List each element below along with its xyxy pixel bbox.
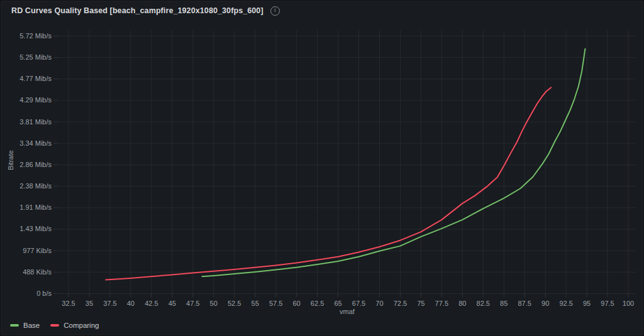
- panel-header[interactable]: RD Curves Quality Based [beach_campfire_…: [1, 1, 643, 20]
- legend-item-base[interactable]: Base: [10, 322, 40, 329]
- x-tick-label: 42.5: [145, 300, 158, 307]
- x-tick-label: 97.5: [601, 300, 614, 307]
- y-tick-label: 0 b/s: [36, 290, 52, 297]
- x-tick-label: 52.5: [228, 300, 241, 307]
- y-tick-label: 2.38 Mib/s: [19, 182, 52, 190]
- x-tick-label: 100: [623, 300, 634, 307]
- x-tick-label: 72.5: [394, 300, 407, 307]
- x-tick-label: 80: [458, 300, 466, 307]
- y-tick-label: 3.34 Mib/s: [19, 139, 52, 147]
- x-tick-label: 37.5: [103, 300, 116, 307]
- x-tick-label: 67.5: [352, 300, 365, 307]
- y-tick-label: 2.86 Mib/s: [19, 161, 52, 168]
- x-tick-label: 35: [86, 300, 93, 307]
- y-tick-label: 5.25 Mib/s: [19, 53, 52, 61]
- y-tick-label: 977 Kib/s: [23, 247, 52, 254]
- x-tick-label: 65: [334, 300, 341, 307]
- x-tick-label: 47.5: [186, 300, 199, 307]
- y-tick-label: 4.77 Mib/s: [19, 75, 52, 82]
- x-tick-label: 95: [583, 300, 591, 307]
- x-tick-label: 92.5: [559, 300, 572, 307]
- legend-item-comparing[interactable]: Comparing: [50, 322, 99, 329]
- x-tick-label: 55: [252, 300, 259, 307]
- rd-curves-chart[interactable]: 0 b/s488 Kib/s977 Kib/s1.43 Mib/s1.91 Mi…: [1, 1, 643, 335]
- x-tick-label: 85: [500, 300, 508, 307]
- x-tick-label: 70: [375, 300, 383, 307]
- x-tick-label: 57.5: [269, 300, 282, 307]
- x-tick-label: 87.5: [518, 300, 531, 307]
- y-tick-label: 3.81 Mib/s: [19, 118, 52, 126]
- x-tick-label: 75: [417, 300, 425, 307]
- y-axis-title: Bitrate: [7, 135, 14, 185]
- y-tick-label: 4.29 Mib/s: [19, 96, 52, 104]
- x-tick-label: 77.5: [435, 300, 448, 307]
- rd-curves-panel: RD Curves Quality Based [beach_campfire_…: [1, 1, 643, 335]
- y-tick-label: 1.43 Mib/s: [19, 225, 52, 232]
- legend: Base Comparing: [10, 322, 99, 329]
- x-tick-label: 82.5: [477, 300, 490, 307]
- legend-label-base: Base: [23, 322, 40, 329]
- chart-canvas[interactable]: 0 b/s488 Kib/s977 Kib/s1.43 Mib/s1.91 Mi…: [1, 1, 644, 335]
- x-tick-label: 90: [541, 300, 549, 307]
- y-tick-label: 5.72 Mib/s: [19, 32, 52, 40]
- legend-label-comparing: Comparing: [64, 322, 99, 329]
- y-tick-label: 488 Kib/s: [23, 268, 52, 276]
- x-tick-label: 50: [210, 300, 218, 307]
- comparing-series-color-swatch: [50, 324, 59, 327]
- info-icon[interactable]: i: [270, 6, 280, 16]
- x-tick-label: 32.5: [62, 300, 75, 307]
- x-tick-label: 40: [127, 300, 135, 307]
- x-tick-label: 60: [292, 300, 300, 307]
- x-tick-label: 62.5: [311, 300, 324, 307]
- series-line-comparing[interactable]: [106, 87, 551, 279]
- y-tick-label: 1.91 Mib/s: [19, 203, 52, 211]
- base-series-color-swatch: [10, 324, 19, 327]
- panel-title[interactable]: RD Curves Quality Based [beach_campfire_…: [11, 6, 264, 15]
- x-tick-label: 45: [169, 300, 176, 307]
- x-axis-title: vmaf: [58, 308, 636, 315]
